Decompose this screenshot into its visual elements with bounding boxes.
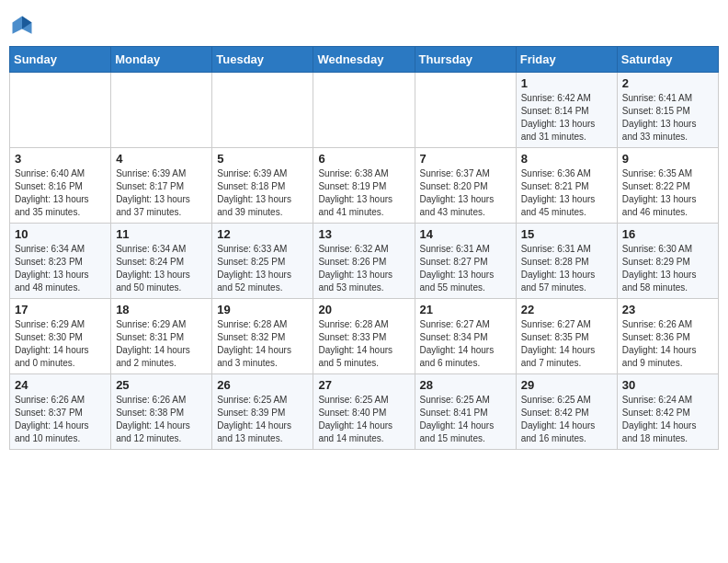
day-info: Sunrise: 6:29 AMSunset: 8:31 PMDaylight:…	[116, 318, 207, 370]
day-cell: 19Sunrise: 6:28 AMSunset: 8:32 PMDayligh…	[212, 299, 313, 374]
day-cell: 11Sunrise: 6:34 AMSunset: 8:24 PMDayligh…	[111, 224, 212, 299]
day-info: Sunrise: 6:37 AMSunset: 8:20 PMDaylight:…	[420, 167, 511, 219]
week-row-5: 24Sunrise: 6:26 AMSunset: 8:37 PMDayligh…	[10, 374, 719, 450]
day-cell	[10, 73, 111, 148]
day-info: Sunrise: 6:31 AMSunset: 8:28 PMDaylight:…	[521, 243, 612, 294]
day-info: Sunrise: 6:40 AMSunset: 8:16 PMDaylight:…	[15, 167, 106, 219]
day-number: 8	[521, 152, 612, 166]
day-cell	[313, 73, 415, 148]
day-number: 26	[217, 378, 308, 392]
day-info: Sunrise: 6:26 AMSunset: 8:36 PMDaylight:…	[622, 318, 713, 370]
day-number: 4	[116, 152, 207, 166]
day-info: Sunrise: 6:28 AMSunset: 8:33 PMDaylight:…	[318, 318, 409, 370]
day-info: Sunrise: 6:38 AMSunset: 8:19 PMDaylight:…	[318, 167, 409, 219]
day-number: 24	[15, 378, 106, 392]
day-cell: 7Sunrise: 6:37 AMSunset: 8:20 PMDaylight…	[415, 148, 516, 224]
col-header-sunday: Sunday	[10, 47, 111, 73]
day-cell: 12Sunrise: 6:33 AMSunset: 8:25 PMDayligh…	[212, 224, 313, 299]
day-info: Sunrise: 6:34 AMSunset: 8:23 PMDaylight:…	[15, 243, 106, 294]
day-cell: 16Sunrise: 6:30 AMSunset: 8:29 PMDayligh…	[617, 224, 718, 299]
week-row-2: 3Sunrise: 6:40 AMSunset: 8:16 PMDaylight…	[10, 148, 719, 224]
day-number: 9	[622, 152, 713, 166]
day-cell: 22Sunrise: 6:27 AMSunset: 8:35 PMDayligh…	[516, 299, 617, 374]
day-number: 15	[521, 227, 612, 241]
day-number: 23	[622, 303, 713, 316]
day-info: Sunrise: 6:25 AMSunset: 8:40 PMDaylight:…	[318, 394, 409, 445]
day-cell: 18Sunrise: 6:29 AMSunset: 8:31 PMDayligh…	[111, 299, 212, 374]
day-number: 25	[116, 378, 207, 392]
day-cell: 5Sunrise: 6:39 AMSunset: 8:18 PMDaylight…	[212, 148, 313, 224]
day-info: Sunrise: 6:26 AMSunset: 8:37 PMDaylight:…	[15, 394, 106, 445]
day-cell	[212, 73, 313, 148]
day-info: Sunrise: 6:27 AMSunset: 8:35 PMDaylight:…	[521, 318, 612, 370]
day-info: Sunrise: 6:30 AMSunset: 8:29 PMDaylight:…	[622, 243, 713, 294]
day-cell: 27Sunrise: 6:25 AMSunset: 8:40 PMDayligh…	[313, 374, 415, 450]
day-info: Sunrise: 6:27 AMSunset: 8:34 PMDaylight:…	[420, 318, 511, 370]
day-number: 10	[15, 227, 106, 241]
header-row: SundayMondayTuesdayWednesdayThursdayFrid…	[10, 47, 719, 73]
day-number: 20	[318, 303, 409, 316]
day-number: 2	[622, 76, 713, 90]
day-info: Sunrise: 6:36 AMSunset: 8:21 PMDaylight:…	[521, 167, 612, 219]
calendar-header: SundayMondayTuesdayWednesdayThursdayFrid…	[10, 47, 719, 73]
day-info: Sunrise: 6:42 AMSunset: 8:14 PMDaylight:…	[521, 92, 612, 144]
day-number: 13	[318, 227, 409, 241]
day-cell: 13Sunrise: 6:32 AMSunset: 8:26 PMDayligh…	[313, 224, 415, 299]
day-number: 27	[318, 378, 409, 392]
day-info: Sunrise: 6:25 AMSunset: 8:42 PMDaylight:…	[521, 394, 612, 445]
day-info: Sunrise: 6:33 AMSunset: 8:25 PMDaylight:…	[217, 243, 308, 294]
day-cell: 21Sunrise: 6:27 AMSunset: 8:34 PMDayligh…	[415, 299, 516, 374]
week-row-3: 10Sunrise: 6:34 AMSunset: 8:23 PMDayligh…	[10, 224, 719, 299]
day-info: Sunrise: 6:32 AMSunset: 8:26 PMDaylight:…	[318, 243, 409, 294]
calendar-body: 1Sunrise: 6:42 AMSunset: 8:14 PMDaylight…	[10, 73, 719, 450]
day-info: Sunrise: 6:35 AMSunset: 8:22 PMDaylight:…	[622, 167, 713, 219]
day-cell: 9Sunrise: 6:35 AMSunset: 8:22 PMDaylight…	[617, 148, 718, 224]
day-info: Sunrise: 6:41 AMSunset: 8:15 PMDaylight:…	[622, 92, 713, 144]
week-row-1: 1Sunrise: 6:42 AMSunset: 8:14 PMDaylight…	[10, 73, 719, 148]
day-number: 22	[521, 303, 612, 316]
day-number: 12	[217, 227, 308, 241]
day-info: Sunrise: 6:31 AMSunset: 8:27 PMDaylight:…	[420, 243, 511, 294]
day-number: 7	[420, 152, 511, 166]
col-header-saturday: Saturday	[617, 47, 718, 73]
day-number: 6	[318, 152, 409, 166]
day-info: Sunrise: 6:28 AMSunset: 8:32 PMDaylight:…	[217, 318, 308, 370]
day-cell	[415, 73, 516, 148]
week-row-4: 17Sunrise: 6:29 AMSunset: 8:30 PMDayligh…	[10, 299, 719, 374]
day-cell	[111, 73, 212, 148]
col-header-thursday: Thursday	[415, 47, 516, 73]
day-number: 28	[420, 378, 511, 392]
day-number: 21	[420, 303, 511, 316]
day-number: 11	[116, 227, 207, 241]
day-info: Sunrise: 6:25 AMSunset: 8:41 PMDaylight:…	[420, 394, 511, 445]
day-info: Sunrise: 6:24 AMSunset: 8:42 PMDaylight:…	[622, 394, 713, 445]
day-info: Sunrise: 6:26 AMSunset: 8:38 PMDaylight:…	[116, 394, 207, 445]
day-info: Sunrise: 6:34 AMSunset: 8:24 PMDaylight:…	[116, 243, 207, 294]
logo	[9, 13, 39, 39]
day-cell: 14Sunrise: 6:31 AMSunset: 8:27 PMDayligh…	[415, 224, 516, 299]
day-cell: 4Sunrise: 6:39 AMSunset: 8:17 PMDaylight…	[111, 148, 212, 224]
day-cell: 30Sunrise: 6:24 AMSunset: 8:42 PMDayligh…	[617, 374, 718, 450]
col-header-friday: Friday	[516, 47, 617, 73]
col-header-tuesday: Tuesday	[212, 47, 313, 73]
day-number: 30	[622, 378, 713, 392]
col-header-monday: Monday	[111, 47, 212, 73]
day-number: 5	[217, 152, 308, 166]
day-cell: 8Sunrise: 6:36 AMSunset: 8:21 PMDaylight…	[516, 148, 617, 224]
day-cell: 29Sunrise: 6:25 AMSunset: 8:42 PMDayligh…	[516, 374, 617, 450]
day-cell: 28Sunrise: 6:25 AMSunset: 8:41 PMDayligh…	[415, 374, 516, 450]
day-number: 3	[15, 152, 106, 166]
day-info: Sunrise: 6:39 AMSunset: 8:18 PMDaylight:…	[217, 167, 308, 219]
day-cell: 1Sunrise: 6:42 AMSunset: 8:14 PMDaylight…	[516, 73, 617, 148]
calendar-table: SundayMondayTuesdayWednesdayThursdayFrid…	[9, 46, 719, 450]
col-header-wednesday: Wednesday	[313, 47, 415, 73]
day-number: 29	[521, 378, 612, 392]
day-cell: 25Sunrise: 6:26 AMSunset: 8:38 PMDayligh…	[111, 374, 212, 450]
day-cell: 10Sunrise: 6:34 AMSunset: 8:23 PMDayligh…	[10, 224, 111, 299]
page-header	[9, 9, 719, 39]
day-number: 19	[217, 303, 308, 316]
day-cell: 15Sunrise: 6:31 AMSunset: 8:28 PMDayligh…	[516, 224, 617, 299]
day-number: 17	[15, 303, 106, 316]
day-cell: 26Sunrise: 6:25 AMSunset: 8:39 PMDayligh…	[212, 374, 313, 450]
day-cell: 23Sunrise: 6:26 AMSunset: 8:36 PMDayligh…	[617, 299, 718, 374]
